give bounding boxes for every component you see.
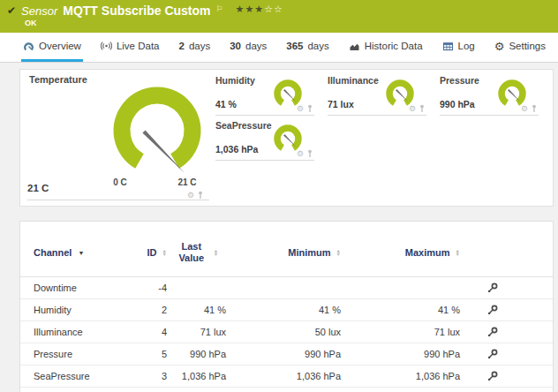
channel-maximum: 21 C [341, 388, 460, 392]
mini-gauge-value: 1,036 hPa [215, 144, 258, 155]
mini-gauge-value: 41 % [215, 99, 237, 109]
channel-minimum: 41 % [226, 299, 341, 321]
channel-id: 2 [126, 299, 167, 321]
column-header-last-value[interactable]: Last Value ▲▼ [167, 222, 226, 277]
tab-365-days[interactable]: 365 days [284, 33, 330, 62]
gauge-icon [23, 41, 34, 52]
tab-30-days[interactable]: 30 days [228, 33, 268, 62]
channel-maximum: 990 hPa [341, 343, 460, 366]
mini-gauge-title: SeaPressure [215, 120, 272, 131]
pin-icon[interactable] [306, 104, 313, 113]
column-header-channel[interactable]: Channel ▼ [20, 222, 126, 277]
sensor-header: ✔ Sensor MQTT Subscribe Custom ⚐ ★★★ ☆☆ … [0, 0, 558, 33]
channel-name[interactable]: Illuminance [20, 321, 126, 343]
mini-gauge-value: 71 lux [328, 99, 354, 109]
channels-panel: Channel ▼ ID ▲▼ Last Value ▲▼ [19, 221, 554, 392]
channels-table: Channel ▼ ID ▲▼ Last Value ▲▼ [20, 222, 553, 392]
tab-2-days-number: 2 [179, 41, 185, 51]
sensor-header-line: ✔ Sensor MQTT Subscribe Custom ⚐ ★★★ ☆☆ [0, 0, 558, 18]
pin-icon[interactable] [531, 104, 538, 113]
sort-icon: ▲▼ [214, 249, 218, 256]
gear-icon[interactable]: ⚙ [187, 192, 194, 200]
gear-icon: ⚙ [494, 41, 505, 52]
channel-name[interactable]: SeaPressure [20, 366, 126, 388]
sensor-title: MQTT Subscribe Custom [63, 4, 210, 18]
star-filled-icon[interactable]: ★★★ [236, 4, 265, 15]
sensor-status-badge: OK [25, 19, 37, 27]
gauge-scale-max: 21 C [172, 177, 202, 187]
gear-icon[interactable]: ⚙ [521, 105, 528, 113]
status-check-icon: ✔ [7, 5, 16, 16]
channel-maximum: 41 % [341, 299, 460, 321]
tab-365-days-label: days [307, 41, 328, 51]
channel-minimum [226, 277, 341, 299]
tab-overview-label: Overview [39, 41, 81, 51]
mini-gauge-humidity: Humidity 41 % ⚙ [215, 75, 314, 116]
column-header-id[interactable]: ID ▲▼ [126, 222, 167, 277]
channel-settings-wrench-icon[interactable] [486, 370, 499, 382]
channel-last-value [167, 277, 226, 299]
tab-historic-data[interactable]: Historic Data [347, 33, 425, 62]
channel-last-value: 71 lux [167, 321, 226, 343]
table-row-seapressure[interactable]: SeaPressure 3 1,036 hPa 1,036 hPa 1,036 … [20, 366, 553, 388]
sort-icon: ▲▼ [336, 249, 341, 256]
gear-icon[interactable]: ⚙ [409, 105, 416, 113]
pin-icon[interactable] [306, 149, 313, 158]
channel-last-value: 1,036 hPa [167, 366, 226, 388]
table-row-illuminance[interactable]: Illuminance 4 71 lux 50 lux 71 lux [20, 321, 553, 343]
table-row-temperature[interactable]: Temperature 1 21 C 21 C 21 C [20, 388, 553, 392]
channel-settings-wrench-icon[interactable] [486, 348, 499, 360]
mini-gauge-title: Illuminance [328, 75, 379, 86]
priority-stars[interactable]: ★★★ ☆☆ [236, 4, 283, 15]
primary-gauge-title: Temperature [29, 74, 87, 85]
table-row-humidity[interactable]: Humidity 2 41 % 41 % 41 % [20, 299, 553, 321]
divider [27, 200, 209, 200]
mini-gauge-seapressure: SeaPressure 1,036 hPa ⚙ [215, 120, 314, 161]
channel-name[interactable]: Downtime [20, 277, 126, 299]
tab-overview[interactable]: Overview [21, 33, 83, 62]
column-header-maximum-label: Maximum [405, 247, 450, 258]
gear-icon[interactable]: ⚙ [297, 105, 304, 113]
tab-settings[interactable]: ⚙ Settings [493, 33, 547, 62]
sort-icon: ▲▼ [162, 249, 167, 256]
column-header-maximum[interactable]: Maximum ▲▼ [341, 222, 460, 277]
channel-settings-wrench-icon[interactable] [486, 326, 499, 338]
channel-id: 5 [126, 343, 167, 366]
channel-minimum: 1,036 hPa [226, 366, 341, 388]
channel-name[interactable]: Temperature [20, 388, 126, 392]
tab-live-data[interactable]: Live Data [99, 33, 162, 62]
tab-2-days[interactable]: 2 days [177, 33, 213, 62]
channel-name[interactable]: Pressure [20, 343, 126, 366]
mini-gauge-title: Pressure [440, 75, 479, 86]
gear-icon[interactable]: ⚙ [297, 150, 304, 158]
tab-settings-label: Settings [509, 41, 546, 51]
tab-log[interactable]: Log [441, 33, 477, 62]
channel-maximum: 1,036 hPa [341, 366, 460, 388]
tab-30-days-label: days [245, 41, 267, 51]
star-empty-icon[interactable]: ☆☆ [264, 4, 283, 15]
column-header-settings [460, 222, 553, 277]
channel-name[interactable]: Humidity [20, 299, 126, 321]
channel-maximum [341, 277, 460, 299]
table-row-pressure[interactable]: Pressure 5 990 hPa 990 hPa 990 hPa [20, 343, 553, 366]
channel-settings-wrench-icon[interactable] [486, 304, 499, 316]
signal-icon [101, 40, 112, 52]
table-row-downtime[interactable]: Downtime -4 [20, 277, 553, 299]
tab-live-data-label: Live Data [117, 41, 160, 51]
column-header-last-value-label: Last Value [175, 241, 208, 264]
sensor-kind-label: Sensor [21, 4, 57, 18]
column-header-minimum[interactable]: Minimum ▲▼ [226, 222, 341, 277]
channel-minimum: 50 lux [226, 321, 341, 343]
channel-minimum: 990 hPa [226, 343, 341, 366]
sort-icon: ▲▼ [456, 249, 460, 256]
mini-gauge-title: Humidity [215, 75, 255, 86]
flag-icon[interactable]: ⚐ [216, 4, 223, 13]
tab-2-days-label: days [189, 41, 210, 51]
pin-icon[interactable] [197, 191, 204, 200]
channel-settings-wrench-icon[interactable] [486, 282, 499, 294]
channel-id: 3 [126, 366, 167, 388]
primary-gauge-actions: ⚙ [187, 191, 204, 200]
channel-last-value: 21 C [167, 388, 226, 392]
temperature-gauge [109, 83, 206, 178]
pin-icon[interactable] [418, 104, 426, 113]
